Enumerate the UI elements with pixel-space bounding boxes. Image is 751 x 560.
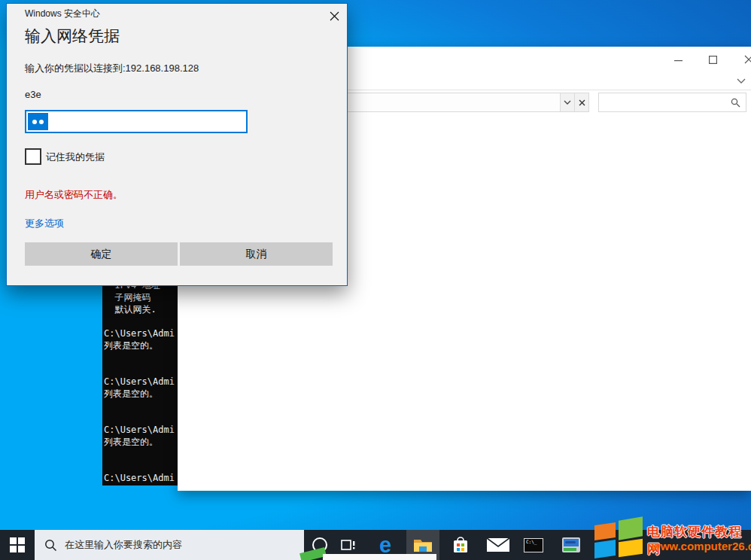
mail-button[interactable]	[483, 530, 513, 560]
chevron-down-icon	[737, 78, 746, 84]
cmd-line	[104, 364, 175, 376]
cmd-line: 子网掩码	[104, 291, 175, 303]
mail-icon	[487, 537, 509, 552]
start-button[interactable]	[0, 530, 35, 560]
chevron-down-icon	[564, 100, 571, 105]
close-button[interactable]	[740, 53, 751, 66]
cmd-line: C:\Users\Admi	[104, 327, 175, 339]
cmd-output: IPv4 地址 子网掩码 默认网关. C:\Users\Admi 列表是空的。 …	[104, 286, 175, 484]
task-view-icon	[341, 539, 356, 551]
store-button[interactable]	[447, 530, 474, 560]
cmd-line: C:\Users\Admi	[104, 472, 175, 484]
cmd-window[interactable]: IPv4 地址 子网掩码 默认网关. C:\Users\Admi 列表是空的。 …	[102, 286, 178, 485]
cmd-line	[104, 460, 175, 472]
cmd-line: 默认网关.	[104, 303, 175, 315]
dialog-title: Windows 安全中心	[25, 8, 100, 20]
address-dropdown-button[interactable]	[560, 93, 574, 111]
command-prompt-icon: C:\_	[524, 538, 543, 552]
cmd-line: 列表是空的。	[104, 388, 175, 400]
ribbon-expand-button[interactable]	[733, 74, 749, 87]
cmd-line	[104, 352, 175, 364]
windows-logo-icon	[10, 537, 25, 552]
cancel-button[interactable]: 取消	[180, 242, 333, 266]
ok-button[interactable]: 确定	[25, 242, 178, 266]
cmd-line: C:\Users\Admi	[104, 424, 175, 436]
password-selection	[28, 113, 48, 130]
remote-app-button[interactable]	[557, 530, 585, 560]
peek-window-edge	[323, 554, 436, 560]
command-prompt-button[interactable]: C:\_	[519, 530, 548, 560]
edge-icon: e	[379, 534, 391, 556]
password-dot	[32, 120, 37, 124]
password-input[interactable]	[25, 110, 248, 133]
desktop: IPv4 地址 子网掩码 默认网关. C:\Users\Admi 列表是空的。 …	[0, 0, 751, 560]
more-options-link[interactable]: 更多选项	[25, 217, 64, 230]
maximize-icon	[709, 56, 717, 64]
taskbar-search-box[interactable]: 在这里输入你要搜索的内容	[35, 530, 304, 560]
dialog-close-button[interactable]	[327, 8, 342, 23]
password-dot	[39, 120, 44, 124]
close-icon	[330, 11, 339, 21]
cmd-line	[104, 315, 175, 327]
cmd-line: C:\Users\Admi	[104, 376, 175, 388]
cmd-line	[104, 400, 175, 412]
store-icon	[452, 536, 470, 554]
dialog-subtext: 输入你的凭据以连接到:192.168.198.128	[25, 62, 199, 75]
remember-checkbox[interactable]	[25, 148, 41, 165]
address-clear-button[interactable]	[574, 93, 588, 111]
taskbar-search-placeholder: 在这里输入你要搜索的内容	[65, 538, 182, 552]
watermark-site-url: www.computer26.com	[652, 540, 751, 552]
maximize-button[interactable]	[704, 53, 721, 66]
search-icon	[44, 539, 57, 552]
error-message: 用户名或密码不正确。	[25, 188, 123, 202]
display-window-icon	[562, 537, 580, 552]
cmd-line: 列表是空的。	[104, 339, 175, 352]
dialog-heading: 输入网络凭据	[25, 26, 120, 47]
minimize-button[interactable]	[670, 54, 686, 68]
remember-label: 记住我的凭据	[46, 151, 105, 164]
explorer-search-box[interactable]	[598, 93, 746, 112]
close-icon	[744, 55, 751, 64]
minimize-icon	[674, 60, 683, 62]
cmd-line	[104, 412, 175, 424]
folder-icon	[413, 537, 433, 552]
username-value: e3e	[25, 89, 41, 100]
cmd-line: IPv4 地址	[104, 286, 175, 291]
credential-dialog: Windows 安全中心 输入网络凭据 输入你的凭据以连接到:192.168.1…	[6, 3, 348, 286]
close-icon	[579, 99, 585, 106]
search-icon	[731, 98, 740, 108]
cmd-line	[104, 448, 175, 460]
cmd-line: 列表是空的。	[104, 436, 175, 448]
watermark-flag-icon	[591, 518, 646, 560]
